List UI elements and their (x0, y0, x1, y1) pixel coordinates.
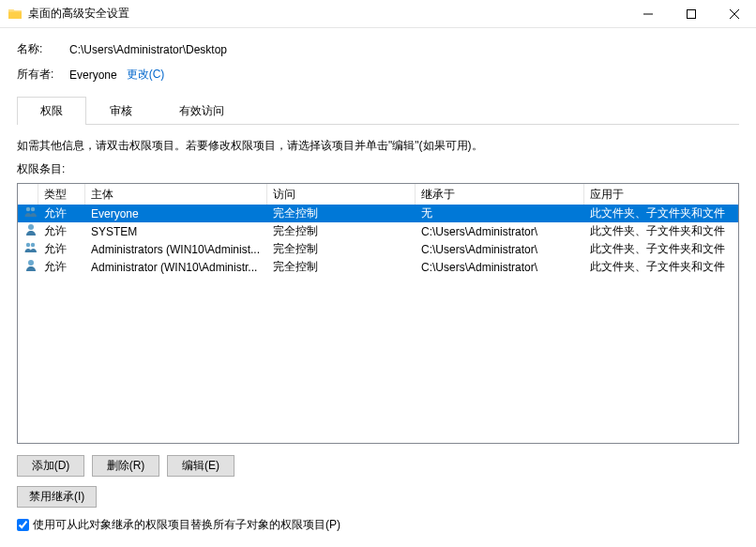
window-title: 桌面的高级安全设置 (28, 6, 129, 22)
owner-value: Everyone (69, 68, 117, 82)
cell-access: 完全控制 (267, 241, 416, 257)
tab-audit[interactable]: 审核 (86, 97, 156, 125)
change-owner-link[interactable]: 更改(C) (127, 67, 165, 83)
hint-text: 如需其他信息，请双击权限项目。若要修改权限项目，请选择该项目并单击"编辑"(如果… (17, 138, 739, 154)
cell-principal: Administrator (WIN10\Administr... (85, 261, 267, 274)
replace-children-checkbox[interactable] (17, 519, 29, 531)
entries-label: 权限条目: (17, 161, 739, 177)
cell-applies-to: 此文件夹、子文件夹和文件 (584, 205, 738, 221)
svg-point-4 (26, 243, 30, 247)
cell-type: 允许 (38, 223, 85, 239)
cell-access: 完全控制 (267, 223, 416, 239)
action-buttons-row: 添加(D) 删除(R) 编辑(E) (17, 455, 739, 477)
replace-children-label: 使用可从此对象继承的权限项目替换所有子对象的权限项目(P) (33, 517, 340, 533)
tab-permissions[interactable]: 权限 (17, 97, 86, 125)
col-inherited-from[interactable]: 继承于 (416, 184, 584, 205)
cell-type: 允许 (38, 205, 85, 221)
cell-applies-to: 此文件夹、子文件夹和文件 (584, 223, 738, 239)
col-type[interactable]: 类型 (38, 184, 85, 205)
cell-inherited-from: 无 (416, 205, 584, 221)
minimize-button[interactable] (627, 0, 670, 28)
titlebar: 桌面的高级安全设置 (0, 0, 756, 28)
content-area: 名称: C:\Users\Administrator\Desktop 所有者: … (0, 28, 756, 542)
principal-icon (18, 240, 38, 258)
cell-access: 完全控制 (267, 205, 416, 221)
svg-point-3 (28, 224, 34, 230)
table-row[interactable]: 允许Administrator (WIN10\Administr...完全控制C… (18, 258, 738, 276)
principal-icon (18, 222, 38, 240)
cell-inherited-from: C:\Users\Administrator\ (416, 225, 584, 238)
disable-inherit-button[interactable]: 禁用继承(I) (17, 486, 97, 508)
add-button[interactable]: 添加(D) (17, 455, 84, 477)
col-applies-to[interactable]: 应用于 (584, 184, 738, 205)
owner-row: 所有者: Everyone 更改(C) (17, 67, 739, 83)
cell-principal: SYSTEM (85, 225, 267, 238)
svg-point-2 (31, 207, 35, 211)
replace-children-row[interactable]: 使用可从此对象继承的权限项目替换所有子对象的权限项目(P) (17, 517, 739, 533)
cell-type: 允许 (38, 259, 85, 275)
cell-type: 允许 (38, 241, 85, 257)
close-button[interactable] (713, 0, 756, 28)
name-value: C:\Users\Administrator\Desktop (69, 43, 227, 56)
col-access[interactable]: 访问 (267, 184, 416, 205)
maximize-button[interactable] (670, 0, 713, 28)
edit-button[interactable]: 编辑(E) (167, 455, 234, 477)
col-icon[interactable] (18, 184, 38, 205)
permission-entries-list[interactable]: 类型 主体 访问 继承于 应用于 允许Everyone完全控制无此文件夹、子文件… (17, 183, 739, 444)
cell-applies-to: 此文件夹、子文件夹和文件 (584, 259, 738, 275)
owner-label: 所有者: (17, 67, 69, 83)
cell-principal: Administrators (WIN10\Administ... (85, 243, 267, 256)
table-row[interactable]: 允许Everyone完全控制无此文件夹、子文件夹和文件 (18, 205, 738, 222)
inherit-row: 禁用继承(I) (17, 486, 739, 508)
folder-icon (8, 7, 23, 22)
svg-point-5 (31, 243, 35, 247)
cell-applies-to: 此文件夹、子文件夹和文件 (584, 241, 738, 257)
svg-rect-0 (688, 9, 696, 18)
table-row[interactable]: 允许Administrators (WIN10\Administ...完全控制C… (18, 240, 738, 258)
cell-access: 完全控制 (267, 259, 416, 275)
svg-point-6 (28, 260, 34, 266)
name-row: 名称: C:\Users\Administrator\Desktop (17, 41, 739, 57)
col-principal[interactable]: 主体 (85, 184, 267, 205)
table-row[interactable]: 允许SYSTEM完全控制C:\Users\Administrator\此文件夹、… (18, 222, 738, 240)
name-label: 名称: (17, 41, 69, 57)
principal-icon (18, 258, 38, 276)
principal-icon (18, 205, 38, 222)
remove-button[interactable]: 删除(R) (92, 455, 159, 477)
list-header: 类型 主体 访问 继承于 应用于 (18, 184, 738, 205)
cell-inherited-from: C:\Users\Administrator\ (416, 243, 584, 256)
cell-inherited-from: C:\Users\Administrator\ (416, 261, 584, 274)
tab-strip: 权限 审核 有效访问 (17, 96, 739, 125)
svg-point-1 (26, 207, 30, 211)
tab-effective-access[interactable]: 有效访问 (156, 97, 248, 125)
cell-principal: Everyone (85, 207, 267, 220)
